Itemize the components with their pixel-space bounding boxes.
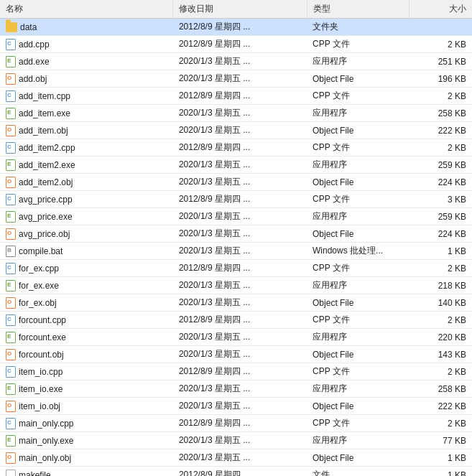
table-row[interactable]: main_only.exe2020/1/3 星期五 ...应用程序77 KB	[0, 432, 472, 449]
table-row[interactable]: for_ex.cpp2012/8/9 星期四 ...CPP 文件2 KB	[0, 260, 472, 277]
table-row[interactable]: data2012/8/9 星期四 ...文件夹	[0, 19, 472, 36]
table-row[interactable]: for_ex.obj2020/1/3 星期五 ...Object File140…	[0, 294, 472, 312]
col-header-size[interactable]: 大小	[409, 0, 472, 19]
file-name-text: item_io.cpp	[19, 367, 63, 377]
file-name-cell: compile.bat	[0, 243, 173, 260]
exe-icon	[6, 435, 16, 447]
file-type-cell: CPP 文件	[307, 260, 409, 277]
obj-icon	[6, 401, 16, 412]
exe-icon	[6, 383, 16, 395]
cpp-icon	[6, 366, 16, 378]
table-row[interactable]: add_item.exe2020/1/3 星期五 ...应用程序258 KB	[0, 105, 472, 122]
table-row[interactable]: avg_price.exe2020/1/3 星期五 ...应用程序259 KB	[0, 208, 472, 225]
file-name-cell: add.obj	[0, 70, 173, 88]
file-name-text: main_only.exe	[19, 436, 74, 446]
file-name-cell: forcount.obj	[0, 346, 173, 363]
table-row[interactable]: add_item.obj2020/1/3 星期五 ...Object File2…	[0, 122, 472, 139]
file-list[interactable]: 名称 修改日期 类型 大小 data2012/8/9 星期四 ...文件夹add…	[0, 0, 472, 476]
table-row[interactable]: for_ex.exe2020/1/3 星期五 ...应用程序218 KB	[0, 277, 472, 294]
file-name-text: add_item2.exe	[19, 160, 75, 170]
exe-icon	[6, 159, 16, 171]
table-row[interactable]: item_io.exe2020/1/3 星期五 ...应用程序258 KB	[0, 381, 472, 398]
table-row[interactable]: avg_price.cpp2012/8/9 星期四 ...CPP 文件3 KB	[0, 191, 472, 208]
file-date-cell: 2020/1/3 星期五 ...	[173, 105, 307, 122]
table-row[interactable]: forcount.exe2020/1/3 星期五 ...应用程序220 KB	[0, 329, 472, 346]
file-name-cell: add.cpp	[0, 36, 173, 53]
file-date-cell: 2020/1/3 星期五 ...	[173, 70, 307, 88]
file-icon	[6, 470, 16, 477]
file-type-cell: CPP 文件	[307, 363, 409, 381]
table-row[interactable]: compile.bat2020/1/3 星期五 ...Windows 批处理..…	[0, 243, 472, 260]
file-name-cell: add_item2.exe	[0, 157, 173, 174]
file-date-cell: 2012/8/9 星期四 ...	[173, 312, 307, 329]
file-size-cell: 224 KB	[409, 174, 472, 191]
table-row[interactable]: add_item2.cpp2012/8/9 星期四 ...CPP 文件2 KB	[0, 139, 472, 157]
file-name-cell: add_item2.obj	[0, 174, 173, 191]
file-size-cell: 224 KB	[409, 225, 472, 243]
cpp-icon	[6, 418, 16, 429]
file-name-text: add.exe	[19, 57, 50, 67]
file-type-cell: CPP 文件	[307, 88, 409, 105]
table-row[interactable]: avg_price.obj2020/1/3 星期五 ...Object File…	[0, 225, 472, 243]
table-row[interactable]: forcount.obj2020/1/3 星期五 ...Object File1…	[0, 346, 472, 363]
obj-icon	[6, 177, 16, 188]
file-size-cell: 1 KB	[409, 449, 472, 467]
file-date-cell: 2020/1/3 星期五 ...	[173, 346, 307, 363]
table-row[interactable]: makefile2012/8/9 星期四 ...文件1 KB	[0, 467, 472, 477]
file-size-cell: 2 KB	[409, 88, 472, 105]
file-size-cell: 2 KB	[409, 415, 472, 432]
table-row[interactable]: add_item.cpp2012/8/9 星期四 ...CPP 文件2 KB	[0, 88, 472, 105]
file-type-cell: 应用程序	[307, 53, 409, 70]
table-row[interactable]: add_item2.obj2020/1/3 星期五 ...Object File…	[0, 174, 472, 191]
file-name-text: forcount.cpp	[19, 315, 66, 325]
table-row[interactable]: item_io.obj2020/1/3 星期五 ...Object File22…	[0, 398, 472, 415]
file-type-cell: CPP 文件	[307, 312, 409, 329]
table-row[interactable]: add.exe2020/1/3 星期五 ...应用程序251 KB	[0, 53, 472, 70]
col-header-name[interactable]: 名称	[0, 0, 173, 19]
file-date-cell: 2012/8/9 星期四 ...	[173, 36, 307, 53]
file-name-cell: main_only.exe	[0, 432, 173, 449]
table-row[interactable]: add_item2.exe2020/1/3 星期五 ...应用程序259 KB	[0, 157, 472, 174]
cpp-icon	[6, 142, 16, 154]
file-name-text: add_item2.obj	[19, 177, 73, 187]
file-name-text: main_only.cpp	[19, 419, 74, 429]
file-date-cell: 2012/8/9 星期四 ...	[173, 415, 307, 432]
file-type-cell: CPP 文件	[307, 191, 409, 208]
file-type-cell: 应用程序	[307, 105, 409, 122]
file-date-cell: 2012/8/9 星期四 ...	[173, 19, 307, 36]
file-name-cell: add_item.exe	[0, 105, 173, 122]
file-size-cell: 258 KB	[409, 105, 472, 122]
exe-icon	[6, 332, 16, 343]
file-size-cell: 222 KB	[409, 122, 472, 139]
file-name-cell: makefile	[0, 467, 173, 477]
table-row[interactable]: item_io.cpp2012/8/9 星期四 ...CPP 文件2 KB	[0, 363, 472, 381]
col-header-date[interactable]: 修改日期	[173, 0, 307, 19]
cpp-icon	[6, 263, 16, 274]
file-size-cell: 2 KB	[409, 312, 472, 329]
file-size-cell: 218 KB	[409, 277, 472, 294]
file-type-cell: Object File	[307, 225, 409, 243]
file-type-cell: Object File	[307, 449, 409, 467]
file-date-cell: 2020/1/3 星期五 ...	[173, 277, 307, 294]
cpp-icon	[6, 90, 16, 102]
col-header-type[interactable]: 类型	[307, 0, 409, 19]
table-row[interactable]: add.obj2020/1/3 星期五 ...Object File196 KB	[0, 70, 472, 88]
exe-icon	[6, 56, 16, 67]
file-type-cell: Object File	[307, 398, 409, 415]
file-date-cell: 2020/1/3 星期五 ...	[173, 243, 307, 260]
file-name-text: main_only.obj	[19, 453, 71, 463]
obj-icon	[6, 125, 16, 136]
table-row[interactable]: main_only.obj2020/1/3 星期五 ...Object File…	[0, 449, 472, 467]
exe-icon	[6, 211, 16, 223]
file-name-cell: add_item2.cpp	[0, 139, 173, 157]
file-name-cell: for_ex.cpp	[0, 260, 173, 277]
file-name-cell: add_item.obj	[0, 122, 173, 139]
file-type-cell: Object File	[307, 174, 409, 191]
file-type-cell: 应用程序	[307, 208, 409, 225]
table-row[interactable]: add.cpp2012/8/9 星期四 ...CPP 文件2 KB	[0, 36, 472, 53]
file-name-text: compile.bat	[19, 246, 63, 256]
cpp-icon	[6, 194, 16, 205]
file-type-cell: 文件	[307, 467, 409, 477]
table-row[interactable]: forcount.cpp2012/8/9 星期四 ...CPP 文件2 KB	[0, 312, 472, 329]
table-row[interactable]: main_only.cpp2012/8/9 星期四 ...CPP 文件2 KB	[0, 415, 472, 432]
